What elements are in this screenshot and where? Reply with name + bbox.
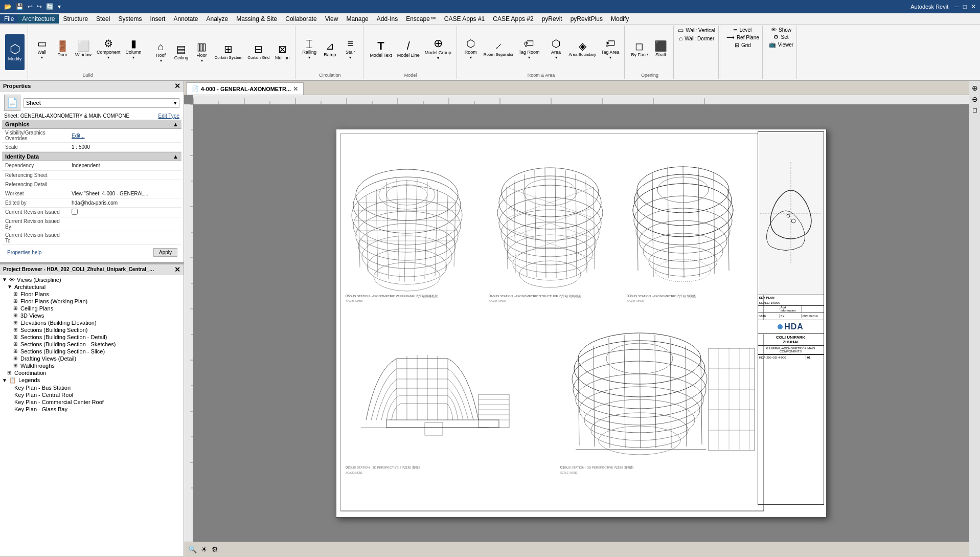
menu-structure[interactable]: Structure: [59, 14, 92, 24]
status-sun-icon[interactable]: ☀: [201, 545, 208, 553]
expand-keyplan-commercial-icon[interactable]: [7, 399, 13, 405]
browser-item-sections-detail[interactable]: ⊞ Sections (Building Section - Detail): [1, 333, 183, 341]
expand-walkthroughs-icon[interactable]: ⊞: [13, 363, 19, 368]
apply-btn[interactable]: Apply: [153, 248, 177, 257]
expand-sections-sketches-icon[interactable]: ⊞: [13, 341, 19, 347]
ribbon-btn-door[interactable]: 🚪 Door: [53, 31, 72, 67]
menu-modify[interactable]: Modify: [607, 14, 633, 24]
ribbon-btn-roof[interactable]: ⌂ Roof ▾: [151, 34, 171, 70]
room-dropdown-icon[interactable]: ▾: [470, 55, 472, 60]
area-dropdown-icon[interactable]: ▾: [555, 55, 557, 60]
menu-systems[interactable]: Systems: [114, 14, 146, 24]
browser-item-walkthroughs[interactable]: ⊞ Walkthroughs: [1, 362, 183, 369]
menu-pyrevit[interactable]: pyRevit: [538, 14, 566, 24]
browser-item-sections[interactable]: ⊞ Sections (Building Section): [1, 326, 183, 333]
tagroom-dropdown-icon[interactable]: ▾: [528, 55, 530, 60]
browser-item-coordination[interactable]: ⊞ Coordination: [1, 369, 183, 376]
menu-analyze[interactable]: Analyze: [202, 14, 233, 24]
minimize-btn[interactable]: ─: [952, 3, 961, 11]
ribbon-btn-room[interactable]: ⬡ Room ▾: [461, 31, 481, 67]
menu-file[interactable]: File: [0, 14, 18, 24]
expand-keyplan-glass-icon[interactable]: [7, 406, 13, 412]
qa-dropdown[interactable]: ▾: [56, 3, 63, 11]
tab-close-btn[interactable]: ✕: [293, 85, 298, 93]
browser-item-sections-slice[interactable]: ⊞ Sections (Building Section - Slice): [1, 348, 183, 355]
expand-keyplan-central-icon[interactable]: [7, 392, 13, 397]
menu-pyrevitplus[interactable]: pyRevitPlus: [566, 14, 607, 24]
drawing-area[interactable]: 05 BUS STATION - AXONOMETRIC WIREFRAME 汽…: [193, 104, 969, 542]
browser-item-floor-plans[interactable]: ⊞ Floor Plans: [1, 291, 183, 298]
browser-item-views-discipline[interactable]: ▼ 👁 Views (Discipline): [1, 276, 183, 283]
tagarea-dropdown-icon[interactable]: ▾: [609, 55, 611, 60]
ribbon-btn-shaft[interactable]: ⬛ Shaft: [651, 31, 670, 67]
expand-sections-slice-icon[interactable]: ⊞: [13, 348, 19, 354]
expand-floorplans-working-icon[interactable]: ⊞: [13, 298, 19, 304]
close-btn[interactable]: ✕: [969, 3, 978, 11]
ribbon-btn-wall[interactable]: ▭ Wall ▾: [32, 31, 52, 67]
ribbon-btn-area[interactable]: ⬡ Area ▾: [546, 31, 566, 67]
browser-item-ceiling-plans[interactable]: ⊞ Ceiling Plans: [1, 305, 183, 312]
fit-view-btn[interactable]: ◻: [971, 105, 978, 115]
ribbon-btn-railing[interactable]: ⌶ Railing ▾: [300, 31, 319, 67]
edit-type-btn[interactable]: Edit Type: [158, 113, 179, 119]
zoom-out-btn[interactable]: ⊖: [971, 94, 979, 104]
browser-close-btn[interactable]: ✕: [174, 265, 180, 274]
expand-ceilingplans-icon[interactable]: ⊞: [13, 305, 19, 311]
ribbon-btn-curtainsys[interactable]: ⊞ Curtain System: [213, 34, 245, 70]
expand-3dviews-icon[interactable]: ⊞: [13, 313, 19, 318]
ribbon-btn-tagarea[interactable]: 🏷 Tag Area ▾: [599, 31, 622, 67]
maximize-btn[interactable]: □: [961, 3, 969, 11]
expand-keyplan-bus-icon[interactable]: [7, 385, 13, 390]
expand-legends-icon[interactable]: ▼: [2, 377, 8, 383]
browser-item-keyplan-glass[interactable]: Key Plan - Glass Bay: [1, 406, 183, 413]
ribbon-btn-tagroom[interactable]: 🏷 Tag Room ▾: [517, 31, 542, 67]
qa-sync[interactable]: 🔄: [44, 3, 56, 11]
qa-open[interactable]: 📂: [2, 3, 14, 11]
graphics-section-header[interactable]: Graphics ▲: [2, 120, 181, 129]
wall-dropdown-icon[interactable]: ▾: [41, 55, 43, 60]
browser-item-legends[interactable]: ▼ 📋 Legends: [1, 376, 183, 384]
menu-annotate[interactable]: Annotate: [169, 14, 202, 24]
ribbon-btn-column[interactable]: ▮ Column ▾: [124, 31, 144, 67]
zoom-in-btn[interactable]: ⊕: [971, 83, 979, 93]
menu-massing[interactable]: Massing & Site: [232, 14, 281, 24]
browser-item-keyplan-central[interactable]: Key Plan - Central Roof: [1, 391, 183, 398]
expand-architectural-icon[interactable]: ▼: [7, 284, 13, 289]
browser-item-sections-sketches[interactable]: ⊞ Sections (Building Section - Sketches): [1, 341, 183, 348]
visibility-edit-btn[interactable]: Edit...: [72, 133, 85, 139]
ribbon-btn-mullion[interactable]: ⊠ Mullion: [272, 34, 292, 70]
ribbon-btn-window[interactable]: ⬜ Window: [73, 31, 94, 67]
prop-type-dropdown[interactable]: Sheet ▾: [24, 98, 179, 108]
menu-architecture[interactable]: Architecture: [18, 14, 59, 24]
browser-item-elevations[interactable]: ⊞ Elevations (Building Elevation): [1, 319, 183, 326]
menu-case1[interactable]: CASE Apps #1: [440, 14, 489, 24]
qa-save[interactable]: 💾: [14, 3, 26, 11]
menu-addins[interactable]: Add-Ins: [373, 14, 402, 24]
ribbon-btn-floor[interactable]: ▥ Floor ▾: [192, 34, 212, 70]
viewer-row[interactable]: 📺 Viewer: [769, 41, 793, 48]
ribbon-btn-modify[interactable]: ⬡ Modify: [5, 34, 25, 70]
identity-collapse-icon[interactable]: ▲: [173, 153, 178, 160]
graphics-collapse-icon[interactable]: ▲: [173, 121, 178, 127]
browser-item-architectural[interactable]: ▼ Architectural: [1, 283, 183, 291]
ribbon-btn-byface[interactable]: ◻ By Face: [629, 31, 650, 67]
menu-enscape[interactable]: Enscape™: [402, 14, 440, 24]
properties-close-btn[interactable]: ✕: [174, 82, 180, 90]
currrev-checkbox[interactable]: [72, 209, 78, 215]
ribbon-btn-areaboundary[interactable]: ◈ Area Boundary: [567, 31, 598, 67]
menu-insert[interactable]: Insert: [146, 14, 169, 24]
wall-dormer-row[interactable]: ⌂ Wall: Dormer: [679, 35, 714, 42]
menu-view[interactable]: View: [321, 14, 343, 24]
tab-axonometry[interactable]: 📄 4-000 - GENERAL-AXONOMETR... ✕: [186, 82, 304, 95]
expand-sections-detail-icon[interactable]: ⊞: [13, 334, 19, 340]
ribbon-btn-component[interactable]: ⚙ Component ▾: [95, 31, 123, 67]
properties-help-link[interactable]: Properties help: [4, 248, 44, 257]
menu-steel[interactable]: Steel: [92, 14, 114, 24]
browser-item-floor-plans-working[interactable]: ⊞ Floor Plans (Working Plan): [1, 298, 183, 305]
prop-type-arrow[interactable]: ▾: [174, 100, 177, 106]
expand-views-icon[interactable]: ▼: [2, 277, 8, 282]
browser-item-drafting[interactable]: ⊞ Drafting Views (Detail): [1, 355, 183, 362]
column-dropdown-icon[interactable]: ▾: [132, 55, 134, 60]
status-search-icon[interactable]: 🔍: [188, 545, 197, 553]
expand-drafting-icon[interactable]: ⊞: [13, 355, 19, 361]
